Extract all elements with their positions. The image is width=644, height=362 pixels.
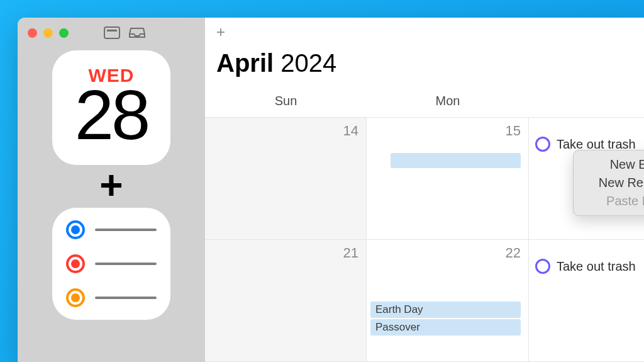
day-cell[interactable]: 22 Earth Day Passover — [367, 240, 529, 361]
main-toolbar: + — [205, 18, 644, 47]
context-menu-item-new-reminder[interactable]: New Reminder — [574, 174, 644, 192]
day-header-mon: Mon — [367, 89, 529, 117]
reminders-app-icon — [52, 208, 170, 320]
add-event-button[interactable]: + — [216, 23, 225, 41]
week-row: 21 22 Earth Day Passover Take out trash — [205, 240, 644, 362]
month-year: 2024 — [280, 49, 336, 77]
fullscreen-window-button[interactable] — [59, 28, 69, 38]
reminder-row — [66, 220, 157, 239]
day-cell[interactable]: Take out trash — [529, 240, 644, 361]
reminder-row — [66, 254, 157, 273]
day-header-sun: Sun — [205, 89, 367, 117]
reminder-item[interactable]: Take out trash — [529, 257, 636, 274]
reminder-line-icon — [95, 263, 157, 265]
day-cell[interactable]: 14 — [205, 118, 367, 239]
day-number: 22 — [367, 245, 521, 261]
day-cell[interactable]: 15 — [367, 118, 529, 239]
inbox-icon[interactable] — [129, 26, 145, 39]
reminder-text: Take out trash — [557, 259, 636, 274]
event-bar[interactable] — [391, 153, 521, 168]
context-menu-item-paste-event: Paste Event — [574, 192, 644, 210]
reminder-circle-icon[interactable] — [535, 259, 550, 274]
month-title: April 2024 — [216, 49, 633, 77]
minimize-window-button[interactable] — [43, 28, 53, 38]
day-headers-row: Sun Mon — [205, 89, 644, 118]
reminder-circle-icon[interactable] — [535, 137, 550, 152]
titlebar-view-icons — [104, 26, 145, 39]
month-header: April 2024 — [205, 47, 644, 89]
plus-joiner-icon: + — [99, 167, 123, 204]
circle-filled-blue-icon — [66, 220, 85, 239]
event-bar[interactable]: Earth Day — [370, 302, 521, 318]
calendar-main: + April 2024 Sun Mon 14 15 — [205, 18, 644, 362]
calendar-app-icon: WED 28 — [52, 50, 170, 165]
calendar-view-icon[interactable] — [104, 26, 120, 39]
reminder-row — [66, 288, 157, 307]
calendar-day-number: 28 — [75, 80, 148, 150]
context-menu: New Event New Reminder Paste Event — [573, 150, 644, 216]
day-header-tue — [529, 89, 644, 117]
sidebar: WED 28 + — [18, 18, 205, 362]
day-cell[interactable]: 21 — [205, 240, 367, 361]
day-number: 15 — [367, 123, 521, 139]
svg-rect-0 — [104, 27, 119, 38]
app-window: WED 28 + + April 2024 — [18, 18, 644, 362]
events-container: Earth Day Passover — [367, 302, 521, 336]
event-bar[interactable]: Passover — [370, 319, 521, 336]
close-window-button[interactable] — [28, 28, 37, 38]
titlebar — [18, 26, 205, 50]
month-name: April — [216, 49, 274, 77]
svg-rect-1 — [107, 30, 117, 31]
traffic-lights — [28, 28, 69, 38]
reminder-line-icon — [95, 297, 157, 299]
circle-filled-red-icon — [66, 254, 85, 273]
day-number: 21 — [205, 245, 358, 261]
reminder-line-icon — [95, 229, 157, 231]
circle-filled-orange-icon — [66, 288, 85, 307]
events-container — [367, 139, 521, 168]
context-menu-item-new-event[interactable]: New Event — [574, 156, 644, 174]
day-number: 14 — [205, 123, 358, 139]
